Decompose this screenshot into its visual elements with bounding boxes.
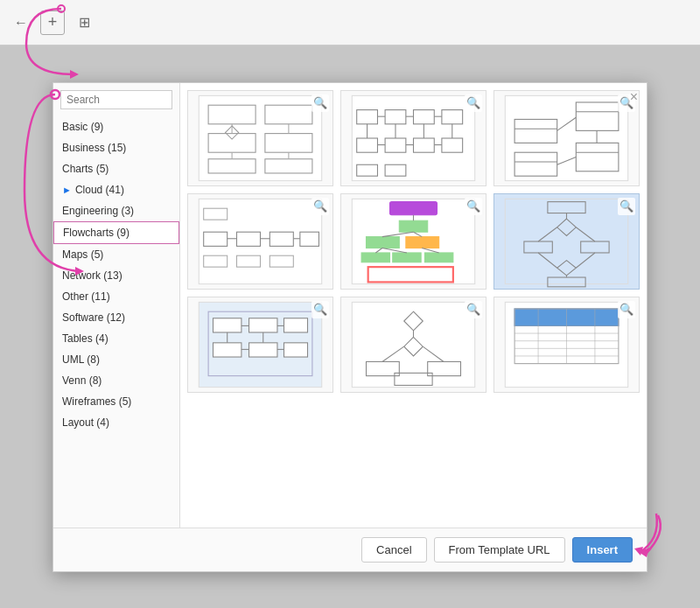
sidebar-item-layout[interactable]: Layout (4) (53, 412, 179, 433)
svg-rect-63 (367, 236, 400, 248)
svg-rect-62 (399, 220, 427, 232)
zoom-icon-8[interactable]: 🔍 (465, 301, 482, 318)
category-sidebar: 🔍 Basic (9) Business (15) Charts (5) ► C… (53, 83, 180, 528)
sidebar-item-cloud[interactable]: ► Cloud (41) (53, 179, 179, 200)
dialog-body: 🔍 Basic (9) Business (15) Charts (5) ► C… (53, 83, 647, 528)
zoom-icon-6[interactable]: 🔍 (618, 198, 635, 215)
svg-rect-95 (284, 342, 308, 356)
svg-line-83 (538, 227, 557, 241)
zoom-icon-2[interactable]: 🔍 (465, 94, 482, 112)
cancel-button[interactable]: Cancel (361, 537, 426, 563)
svg-rect-64 (406, 236, 439, 248)
svg-rect-79 (581, 241, 609, 253)
sidebar-item-network[interactable]: Network (13) (53, 265, 179, 286)
sidebar-item-engineering[interactable]: Engineering (3) (53, 200, 179, 221)
search-input[interactable] (66, 94, 180, 106)
modal-overlay: × 🔍 Basic (9) Business (15) Charts (5) (0, 45, 700, 608)
svg-rect-81 (548, 277, 585, 287)
template-grid: 🔍 (187, 90, 640, 393)
template-card-3[interactable]: 🔍 (494, 90, 640, 186)
toolbar: ← + ⊞ (0, 0, 700, 45)
svg-rect-91 (249, 318, 277, 332)
svg-rect-102 (352, 302, 474, 387)
sidebar-item-uml[interactable]: UML (8) (53, 349, 179, 370)
sidebar-item-business[interactable]: Business (15) (53, 137, 179, 158)
template-content-area: 🔍 (180, 83, 647, 528)
zoom-icon-5[interactable]: 🔍 (465, 198, 482, 215)
template-card-7[interactable]: 🔍 (187, 297, 333, 393)
sidebar-item-wireframes[interactable]: Wireframes (5) (53, 391, 179, 412)
svg-rect-93 (214, 342, 242, 356)
zoom-icon-7[interactable]: 🔍 (312, 301, 329, 318)
template-card-5[interactable]: 🔍 (340, 193, 486, 290)
insert-button[interactable]: Insert (572, 537, 633, 563)
svg-rect-92 (284, 318, 308, 332)
sidebar-item-flowcharts[interactable]: Flowcharts (9) (53, 221, 179, 244)
dialog-footer: Cancel From Template URL Insert (53, 528, 647, 571)
close-button[interactable]: × (630, 90, 638, 104)
zoom-icon-1[interactable]: 🔍 (312, 94, 329, 112)
svg-rect-67 (424, 252, 452, 262)
sidebar-item-venn[interactable]: Venn (8) (53, 370, 179, 391)
svg-rect-94 (249, 342, 277, 356)
svg-rect-75 (505, 199, 627, 283)
sidebar-item-charts[interactable]: Charts (5) (53, 158, 179, 179)
svg-rect-66 (393, 252, 421, 262)
zoom-icon-9[interactable]: 🔍 (618, 301, 635, 318)
zoom-icon-4[interactable]: 🔍 (312, 198, 329, 215)
template-card-1[interactable]: 🔍 (187, 90, 333, 186)
sidebar-item-tables[interactable]: Tables (4) (53, 328, 179, 349)
svg-line-86 (576, 252, 595, 267)
svg-rect-76 (548, 201, 585, 213)
from-template-url-button[interactable]: From Template URL (434, 537, 565, 563)
template-card-2[interactable]: 🔍 (340, 90, 486, 186)
sidebar-item-other[interactable]: Other (11) (53, 286, 179, 307)
undo-button[interactable]: ← (9, 10, 33, 35)
svg-rect-65 (361, 252, 389, 262)
svg-rect-78 (524, 241, 552, 253)
svg-rect-90 (214, 318, 242, 332)
search-box[interactable]: 🔍 (60, 90, 172, 109)
svg-marker-80 (557, 260, 577, 275)
sidebar-item-maps[interactable]: Maps (5) (53, 244, 179, 265)
template-card-6[interactable]: 🔍 (494, 193, 640, 290)
svg-marker-77 (557, 219, 577, 235)
svg-line-84 (576, 227, 595, 241)
template-card-9[interactable]: 🔍 (494, 297, 640, 393)
template-dialog: × 🔍 Basic (9) Business (15) Charts (5) (52, 82, 648, 572)
sidebar-item-software[interactable]: Software (12) (53, 307, 179, 328)
svg-rect-61 (390, 201, 438, 214)
template-card-4[interactable]: 🔍 (187, 193, 333, 290)
svg-rect-3 (199, 95, 321, 180)
grid-button[interactable]: ⊞ (72, 10, 96, 35)
svg-rect-36 (505, 95, 627, 180)
add-button[interactable]: + (40, 10, 65, 35)
sidebar-item-basic[interactable]: Basic (9) (53, 116, 179, 137)
svg-line-85 (538, 252, 557, 267)
template-card-8[interactable]: 🔍 (340, 297, 486, 393)
cloud-icon: ► (62, 185, 72, 195)
